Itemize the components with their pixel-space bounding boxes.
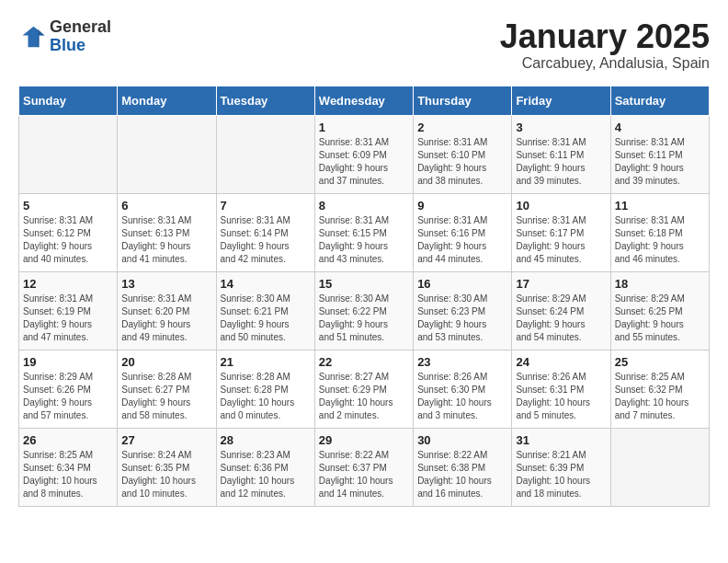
day-number: 18	[615, 277, 705, 291]
calendar-cell: 29Sunrise: 8:22 AM Sunset: 6:37 PM Dayli…	[314, 428, 413, 506]
calendar-cell: 7Sunrise: 8:31 AM Sunset: 6:14 PM Daylig…	[216, 193, 314, 271]
title-block: January 2025 Carcabuey, Andalusia, Spain	[500, 18, 710, 72]
day-number: 20	[121, 355, 211, 369]
calendar-week-row: 1Sunrise: 8:31 AM Sunset: 6:09 PM Daylig…	[19, 115, 710, 193]
day-number: 12	[23, 277, 113, 291]
day-info: Sunrise: 8:31 AM Sunset: 6:13 PM Dayligh…	[121, 214, 211, 266]
day-info: Sunrise: 8:27 AM Sunset: 6:29 PM Dayligh…	[319, 371, 409, 422]
calendar-cell: 19Sunrise: 8:29 AM Sunset: 6:26 PM Dayli…	[19, 350, 118, 428]
calendar-cell: 23Sunrise: 8:26 AM Sunset: 6:30 PM Dayli…	[414, 350, 512, 428]
weekday-header-thursday: Thursday	[414, 86, 512, 115]
day-number: 30	[417, 433, 507, 447]
day-info: Sunrise: 8:23 AM Sunset: 6:36 PM Dayligh…	[221, 449, 311, 500]
day-number: 21	[221, 355, 311, 369]
calendar-cell: 12Sunrise: 8:31 AM Sunset: 6:19 PM Dayli…	[19, 271, 118, 350]
day-info: Sunrise: 8:21 AM Sunset: 6:39 PM Dayligh…	[516, 449, 606, 500]
day-number: 27	[121, 433, 211, 447]
day-info: Sunrise: 8:31 AM Sunset: 6:12 PM Dayligh…	[23, 214, 113, 266]
calendar-cell: 31Sunrise: 8:21 AM Sunset: 6:39 PM Dayli…	[512, 428, 610, 506]
calendar-cell: 22Sunrise: 8:27 AM Sunset: 6:29 PM Dayli…	[314, 350, 413, 428]
day-info: Sunrise: 8:31 AM Sunset: 6:11 PM Dayligh…	[615, 136, 705, 188]
day-info: Sunrise: 8:31 AM Sunset: 6:16 PM Dayligh…	[417, 214, 507, 266]
day-info: Sunrise: 8:28 AM Sunset: 6:27 PM Dayligh…	[121, 371, 211, 422]
calendar-cell: 27Sunrise: 8:24 AM Sunset: 6:35 PM Dayli…	[118, 428, 216, 506]
weekday-header-sunday: Sunday	[19, 86, 118, 115]
day-info: Sunrise: 8:25 AM Sunset: 6:34 PM Dayligh…	[23, 449, 113, 500]
logo-blue: Blue	[50, 37, 111, 55]
calendar-week-row: 26Sunrise: 8:25 AM Sunset: 6:34 PM Dayli…	[19, 428, 710, 506]
svg-marker-0	[23, 27, 45, 48]
day-info: Sunrise: 8:24 AM Sunset: 6:35 PM Dayligh…	[121, 449, 211, 500]
logo-icon	[18, 23, 46, 51]
day-number: 16	[417, 277, 507, 291]
weekday-header-row: SundayMondayTuesdayWednesdayThursdayFrid…	[19, 86, 710, 115]
day-info: Sunrise: 8:31 AM Sunset: 6:20 PM Dayligh…	[121, 293, 211, 344]
day-number: 19	[23, 355, 113, 369]
location-title: Carcabuey, Andalusia, Spain	[500, 55, 710, 72]
day-number: 2	[417, 121, 507, 134]
day-info: Sunrise: 8:29 AM Sunset: 6:26 PM Dayligh…	[23, 371, 113, 422]
day-number: 4	[615, 121, 705, 134]
day-info: Sunrise: 8:31 AM Sunset: 6:18 PM Dayligh…	[615, 214, 705, 266]
day-info: Sunrise: 8:22 AM Sunset: 6:38 PM Dayligh…	[417, 449, 507, 500]
calendar-cell: 6Sunrise: 8:31 AM Sunset: 6:13 PM Daylig…	[118, 193, 216, 271]
calendar-cell: 28Sunrise: 8:23 AM Sunset: 6:36 PM Dayli…	[216, 428, 314, 506]
calendar-cell: 4Sunrise: 8:31 AM Sunset: 6:11 PM Daylig…	[610, 115, 709, 193]
day-info: Sunrise: 8:31 AM Sunset: 6:11 PM Dayligh…	[516, 136, 606, 188]
day-number: 1	[319, 121, 409, 134]
calendar-table: SundayMondayTuesdayWednesdayThursdayFrid…	[18, 86, 710, 507]
day-number: 3	[516, 121, 606, 134]
day-info: Sunrise: 8:31 AM Sunset: 6:14 PM Dayligh…	[221, 214, 311, 266]
month-title: January 2025	[500, 18, 710, 55]
day-number: 7	[221, 199, 311, 213]
day-number: 31	[516, 433, 606, 447]
calendar-cell: 16Sunrise: 8:30 AM Sunset: 6:23 PM Dayli…	[414, 271, 512, 350]
day-info: Sunrise: 8:22 AM Sunset: 6:37 PM Dayligh…	[319, 449, 409, 500]
day-number: 10	[516, 199, 606, 213]
day-info: Sunrise: 8:26 AM Sunset: 6:30 PM Dayligh…	[417, 371, 507, 422]
calendar-cell	[118, 115, 216, 193]
logo-text: General Blue	[50, 18, 111, 55]
day-number: 25	[615, 355, 705, 369]
day-info: Sunrise: 8:25 AM Sunset: 6:32 PM Dayligh…	[615, 371, 705, 422]
calendar-cell	[216, 115, 314, 193]
weekday-header-tuesday: Tuesday	[216, 86, 314, 115]
day-info: Sunrise: 8:29 AM Sunset: 6:24 PM Dayligh…	[516, 293, 606, 344]
logo: General Blue	[18, 18, 111, 55]
calendar-cell: 21Sunrise: 8:28 AM Sunset: 6:28 PM Dayli…	[216, 350, 314, 428]
calendar-cell: 26Sunrise: 8:25 AM Sunset: 6:34 PM Dayli…	[19, 428, 118, 506]
day-info: Sunrise: 8:31 AM Sunset: 6:09 PM Dayligh…	[319, 136, 409, 188]
day-info: Sunrise: 8:31 AM Sunset: 6:17 PM Dayligh…	[516, 214, 606, 266]
calendar-cell: 11Sunrise: 8:31 AM Sunset: 6:18 PM Dayli…	[610, 193, 709, 271]
day-info: Sunrise: 8:26 AM Sunset: 6:31 PM Dayligh…	[516, 371, 606, 422]
day-info: Sunrise: 8:28 AM Sunset: 6:28 PM Dayligh…	[221, 371, 311, 422]
calendar-cell	[19, 115, 118, 193]
day-number: 14	[221, 277, 311, 291]
svg-marker-1	[38, 29, 45, 47]
calendar-cell: 25Sunrise: 8:25 AM Sunset: 6:32 PM Dayli…	[610, 350, 709, 428]
calendar-cell: 3Sunrise: 8:31 AM Sunset: 6:11 PM Daylig…	[512, 115, 610, 193]
day-info: Sunrise: 8:29 AM Sunset: 6:25 PM Dayligh…	[615, 293, 705, 344]
calendar-week-row: 12Sunrise: 8:31 AM Sunset: 6:19 PM Dayli…	[19, 271, 710, 350]
day-number: 9	[417, 199, 507, 213]
calendar-cell: 9Sunrise: 8:31 AM Sunset: 6:16 PM Daylig…	[414, 193, 512, 271]
logo-general: General	[50, 18, 111, 37]
day-info: Sunrise: 8:31 AM Sunset: 6:15 PM Dayligh…	[319, 214, 409, 266]
calendar-cell: 10Sunrise: 8:31 AM Sunset: 6:17 PM Dayli…	[512, 193, 610, 271]
day-number: 5	[23, 199, 113, 213]
weekday-header-wednesday: Wednesday	[314, 86, 413, 115]
day-info: Sunrise: 8:30 AM Sunset: 6:22 PM Dayligh…	[319, 293, 409, 344]
day-info: Sunrise: 8:31 AM Sunset: 6:19 PM Dayligh…	[23, 293, 113, 344]
calendar-week-row: 19Sunrise: 8:29 AM Sunset: 6:26 PM Dayli…	[19, 350, 710, 428]
calendar-cell	[610, 428, 709, 506]
day-number: 8	[319, 199, 409, 213]
calendar-week-row: 5Sunrise: 8:31 AM Sunset: 6:12 PM Daylig…	[19, 193, 710, 271]
calendar-cell: 17Sunrise: 8:29 AM Sunset: 6:24 PM Dayli…	[512, 271, 610, 350]
calendar-cell: 18Sunrise: 8:29 AM Sunset: 6:25 PM Dayli…	[610, 271, 709, 350]
weekday-header-friday: Friday	[512, 86, 610, 115]
day-number: 17	[516, 277, 606, 291]
calendar-cell: 15Sunrise: 8:30 AM Sunset: 6:22 PM Dayli…	[314, 271, 413, 350]
day-number: 23	[417, 355, 507, 369]
calendar-cell: 1Sunrise: 8:31 AM Sunset: 6:09 PM Daylig…	[314, 115, 413, 193]
page-header: General Blue January 2025 Carcabuey, And…	[18, 18, 710, 72]
